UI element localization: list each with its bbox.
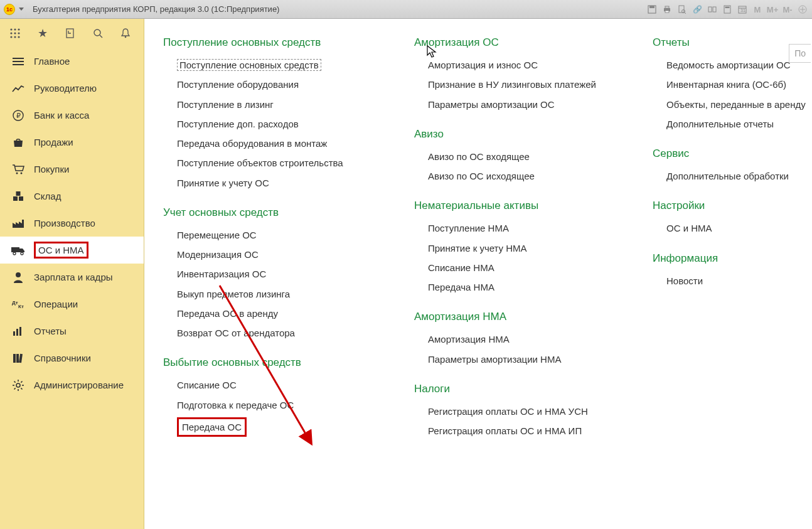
column-1: Поступление основных средств Поступление… xyxy=(163,36,383,454)
svg-point-53 xyxy=(16,383,20,387)
nav-sales[interactable]: Продажи xyxy=(0,129,144,156)
link-modern-os[interactable]: Модернизация ОС xyxy=(177,245,383,264)
svg-point-42 xyxy=(13,252,16,255)
link-receipt-leasing[interactable]: Поступление в лизинг xyxy=(177,95,383,114)
section-dispose-os: Выбытие основных средств Списание ОС Под… xyxy=(163,356,383,439)
link-rented-objects[interactable]: Объекты, переданные в аренду xyxy=(666,95,812,114)
print-icon[interactable] xyxy=(661,4,673,15)
link-receipt-equip[interactable]: Поступление оборудования xyxy=(177,75,383,94)
link-lease-payments[interactable]: Признание в НУ лизинговых платежей xyxy=(428,75,621,94)
svg-rect-4 xyxy=(665,11,669,13)
link-return-rent[interactable]: Возврат ОС от арендатора xyxy=(177,323,383,343)
section-title: Нематериальные активы xyxy=(414,200,621,212)
nav-production[interactable]: Производство xyxy=(0,210,144,237)
link-accept-os[interactable]: Принятие к учету ОС xyxy=(177,173,383,193)
save-icon[interactable] xyxy=(646,4,658,15)
svg-rect-52 xyxy=(19,353,23,362)
nav-hr[interactable]: Зарплата и кадры xyxy=(0,264,144,291)
calendar-icon[interactable]: 31 xyxy=(737,4,748,15)
link-extra-reports[interactable]: Дополнительные отчеты xyxy=(666,114,812,134)
link-buyout-leasing[interactable]: Выкуп предметов лизинга xyxy=(177,284,383,304)
link-move-os[interactable]: Перемещение ОС xyxy=(177,225,383,245)
svg-rect-8 xyxy=(708,7,712,12)
bell-icon[interactable] xyxy=(119,27,132,40)
memory-m-icon[interactable]: M xyxy=(752,4,763,15)
svg-line-58 xyxy=(14,381,16,382)
link-prepare-transfer[interactable]: Подготовка к передаче ОС xyxy=(177,395,383,415)
search-placeholder: По xyxy=(794,48,806,58)
memory-mplus-icon[interactable]: M+ xyxy=(767,4,778,15)
apps-grid-icon[interactable] xyxy=(9,27,21,40)
link-receipt-nma[interactable]: Поступление НМА xyxy=(428,218,621,238)
link-transfer-install[interactable]: Передача оборудования в монтаж xyxy=(177,134,383,153)
nav-operations[interactable]: ДтКт Операции xyxy=(0,291,144,318)
svg-rect-38 xyxy=(13,196,18,201)
compare-icon[interactable] xyxy=(707,4,718,15)
link-tax-ip[interactable]: Регистрация оплаты ОС и НМА ИП xyxy=(428,421,621,441)
nav-manager[interactable]: Руководителю xyxy=(0,75,144,102)
link-receipt-os[interactable]: Поступление основных средств xyxy=(177,55,383,75)
link-news[interactable]: Новости xyxy=(666,271,812,291)
memory-mminus-icon[interactable]: M- xyxy=(782,4,793,15)
svg-text:₽: ₽ xyxy=(16,112,21,119)
calc-icon[interactable] xyxy=(722,4,733,15)
svg-point-36 xyxy=(16,172,18,174)
svg-text:31: 31 xyxy=(740,8,745,13)
nav-os-nma[interactable]: ОС и НМА xyxy=(0,237,144,264)
nav-reports[interactable]: Отчеты xyxy=(0,318,144,345)
link-transfer-nma[interactable]: Передача НМА xyxy=(428,277,621,297)
app-menu-dropdown-icon[interactable] xyxy=(19,8,24,11)
svg-point-25 xyxy=(14,36,16,38)
link-inventory-os[interactable]: Инвентаризация ОС xyxy=(177,264,383,284)
nav-directories[interactable]: Справочники xyxy=(0,345,144,371)
link-icon[interactable]: 🔗 xyxy=(692,4,703,15)
nav-warehouse[interactable]: Склад xyxy=(0,183,144,210)
history-icon[interactable] xyxy=(64,27,77,40)
search-input[interactable]: По xyxy=(789,44,811,63)
link-inventory-book[interactable]: Инвентарная книга (ОС-6б) xyxy=(666,75,812,94)
link-receipt-addcost[interactable]: Поступление доп. расходов xyxy=(177,114,383,134)
section-title: Авизо xyxy=(414,128,621,141)
link-extra-processing[interactable]: Дополнительные обработки xyxy=(666,166,812,186)
nav-admin[interactable]: Администрирование xyxy=(0,371,144,398)
link-writeoff-os[interactable]: Списание ОС xyxy=(177,375,383,395)
svg-line-59 xyxy=(21,388,22,389)
nav-label: Операции xyxy=(34,299,78,309)
main: По Поступление основных средств Поступле… xyxy=(144,19,812,529)
link-aviso-in[interactable]: Авизо по ОС входящее xyxy=(428,147,621,166)
link-tax-usn[interactable]: Регистрация оплаты ОС и НМА УСН xyxy=(428,402,621,421)
link-receipt-construction[interactable]: Поступление объектов строительства xyxy=(177,153,383,173)
section-account-os: Учет основных средств Перемещение ОС Мод… xyxy=(163,206,383,343)
section-title: Выбытие основных средств xyxy=(163,356,383,369)
link-rent-os[interactable]: Передача ОС в аренду xyxy=(177,304,383,323)
nav-label: Администрирование xyxy=(34,380,124,390)
search-doc-icon[interactable] xyxy=(676,4,688,15)
search-icon[interactable] xyxy=(92,27,104,40)
truck-icon xyxy=(11,244,25,257)
ruble-icon: ₽ xyxy=(11,109,25,122)
nav-main[interactable]: Главное xyxy=(0,48,144,75)
link-aviso-out[interactable]: Авизо по ОС исходящее xyxy=(428,166,621,186)
link-settings-os-nma[interactable]: ОС и НМА xyxy=(666,218,812,238)
section-taxes: Налоги Регистрация оплаты ОС и НМА УСН Р… xyxy=(414,383,621,441)
nav-purchases[interactable]: Покупки xyxy=(0,156,144,183)
svg-text:Дт: Дт xyxy=(12,300,18,306)
column-2: Амортизация ОС Амортизация и износ ОС Пр… xyxy=(414,36,621,454)
link-writeoff-nma[interactable]: Списание НМА xyxy=(428,258,621,277)
operations-icon: ДтКт xyxy=(11,298,25,311)
svg-rect-11 xyxy=(725,7,730,9)
nav-list: Главное Руководителю ₽ Банк и касса Прод… xyxy=(0,48,144,398)
link-transfer-os[interactable]: Передача ОС xyxy=(177,415,383,439)
link-accept-nma[interactable]: Принятие к учету НМА xyxy=(428,238,621,258)
factory-icon xyxy=(11,217,25,230)
link-amort-wear[interactable]: Амортизация и износ ОС xyxy=(428,55,621,75)
link-amort-nma-params[interactable]: Параметры амортизации НМА xyxy=(428,350,621,369)
section-settings: Настройки ОС и НМА xyxy=(653,200,812,238)
expand-icon[interactable] xyxy=(797,4,808,15)
svg-rect-50 xyxy=(13,354,16,363)
link-amort-nma[interactable]: Амортизация НМА xyxy=(428,329,621,349)
link-amort-params[interactable]: Параметры амортизации ОС xyxy=(428,95,621,114)
star-icon[interactable]: ★ xyxy=(36,27,49,40)
nav-bank[interactable]: ₽ Банк и касса xyxy=(0,102,144,129)
title-tools: 🔗 31 M M+ M- xyxy=(646,0,808,19)
